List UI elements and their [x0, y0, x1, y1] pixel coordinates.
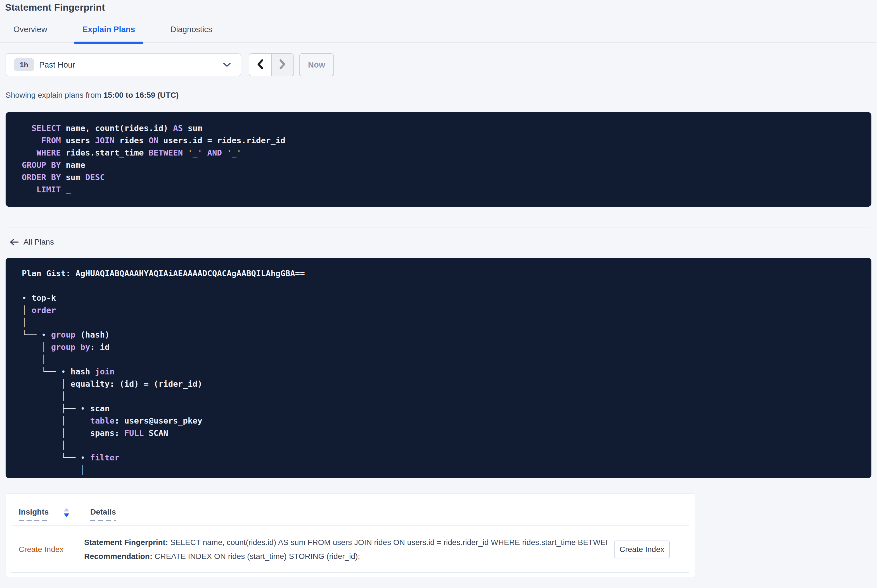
table-row-divider [12, 572, 689, 573]
time-toolbar: 1h Past Hour Now [6, 53, 877, 76]
create-index-button[interactable]: Create Index [614, 540, 670, 558]
now-button[interactable]: Now [299, 53, 334, 76]
arrow-left-icon [9, 238, 19, 246]
plan-gist-block: Plan Gist: AgHUAQIABQAAAHYAQIAiAEAAAADCQ… [6, 258, 871, 478]
time-pager [249, 53, 294, 76]
detail-recommendation: Recommendation:CREATE INDEX ON rides (st… [84, 552, 607, 561]
time-range-label: Past Hour [39, 60, 75, 69]
sql-statement-block: SELECT name, count(rides.id) AS sum FROM… [6, 112, 871, 207]
back-link-label: All Plans [24, 238, 54, 246]
column-header-insights[interactable]: Insights [19, 508, 63, 521]
section-divider [6, 228, 870, 228]
tab-bar: Overview Explain Plans Diagnostics [0, 25, 877, 43]
chevron-down-icon [223, 62, 231, 68]
chevron-left-icon [256, 59, 264, 70]
time-range-badge: 1h [14, 58, 34, 71]
next-time-button[interactable] [272, 54, 293, 76]
table-row: Create Index Statement Fingerprint:SELEC… [19, 526, 682, 568]
tab-explain-plans[interactable]: Explain Plans [74, 25, 144, 42]
time-range-dropdown[interactable]: 1h Past Hour [6, 53, 241, 76]
insights-card: Insights Details Create Index Statement … [6, 494, 695, 577]
statement-fingerprint-page: Statement Fingerprint Overview Explain P… [0, 0, 877, 588]
tab-overview[interactable]: Overview [5, 25, 56, 42]
insight-link-create-index[interactable]: Create Index [19, 545, 84, 554]
chevron-right-icon [279, 59, 286, 70]
all-plans-back-link[interactable]: All Plans [9, 238, 54, 246]
page-title: Statement Fingerprint [5, 2, 877, 13]
insight-details: Statement Fingerprint:SELECT name, count… [84, 538, 607, 561]
sort-icon-insights[interactable] [63, 508, 69, 518]
prev-time-button[interactable] [249, 54, 272, 76]
tab-diagnostics[interactable]: Diagnostics [162, 25, 221, 42]
detail-statement-fingerprint: Statement Fingerprint:SELECT name, count… [84, 538, 607, 547]
time-range-summary: Showing explain plans from 15:00 to 16:5… [6, 91, 877, 100]
column-header-details[interactable]: Details [90, 508, 116, 521]
insights-table-header: Insights Details [19, 494, 682, 521]
